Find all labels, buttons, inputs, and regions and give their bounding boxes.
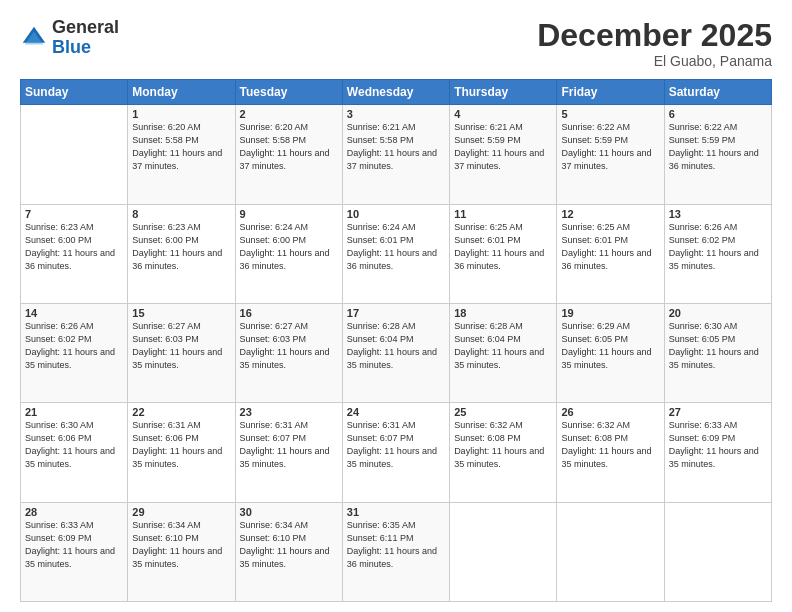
calendar-cell: 23Sunrise: 6:31 AMSunset: 6:07 PMDayligh… — [235, 403, 342, 502]
cell-info: Sunrise: 6:20 AMSunset: 5:58 PMDaylight:… — [240, 121, 338, 173]
day-number: 1 — [132, 108, 230, 120]
weekday-header: Saturday — [664, 80, 771, 105]
subtitle: El Guabo, Panama — [537, 53, 772, 69]
cell-info: Sunrise: 6:34 AMSunset: 6:10 PMDaylight:… — [240, 519, 338, 571]
cell-info: Sunrise: 6:26 AMSunset: 6:02 PMDaylight:… — [669, 221, 767, 273]
cell-info: Sunrise: 6:29 AMSunset: 6:05 PMDaylight:… — [561, 320, 659, 372]
calendar-cell: 20Sunrise: 6:30 AMSunset: 6:05 PMDayligh… — [664, 303, 771, 402]
header: General Blue December 2025 El Guabo, Pan… — [20, 18, 772, 69]
day-number: 3 — [347, 108, 445, 120]
weekday-header: Wednesday — [342, 80, 449, 105]
day-number: 16 — [240, 307, 338, 319]
cell-info: Sunrise: 6:28 AMSunset: 6:04 PMDaylight:… — [347, 320, 445, 372]
calendar-cell: 9Sunrise: 6:24 AMSunset: 6:00 PMDaylight… — [235, 204, 342, 303]
cell-info: Sunrise: 6:21 AMSunset: 5:59 PMDaylight:… — [454, 121, 552, 173]
cell-info: Sunrise: 6:22 AMSunset: 5:59 PMDaylight:… — [669, 121, 767, 173]
cell-info: Sunrise: 6:31 AMSunset: 6:07 PMDaylight:… — [347, 419, 445, 471]
day-number: 22 — [132, 406, 230, 418]
day-number: 24 — [347, 406, 445, 418]
calendar-cell: 17Sunrise: 6:28 AMSunset: 6:04 PMDayligh… — [342, 303, 449, 402]
calendar-week-row: 7Sunrise: 6:23 AMSunset: 6:00 PMDaylight… — [21, 204, 772, 303]
day-number: 17 — [347, 307, 445, 319]
day-number: 20 — [669, 307, 767, 319]
day-number: 19 — [561, 307, 659, 319]
cell-info: Sunrise: 6:25 AMSunset: 6:01 PMDaylight:… — [454, 221, 552, 273]
calendar-cell: 21Sunrise: 6:30 AMSunset: 6:06 PMDayligh… — [21, 403, 128, 502]
cell-info: Sunrise: 6:26 AMSunset: 6:02 PMDaylight:… — [25, 320, 123, 372]
day-number: 18 — [454, 307, 552, 319]
cell-info: Sunrise: 6:24 AMSunset: 6:00 PMDaylight:… — [240, 221, 338, 273]
calendar-cell: 3Sunrise: 6:21 AMSunset: 5:58 PMDaylight… — [342, 105, 449, 204]
cell-info: Sunrise: 6:30 AMSunset: 6:05 PMDaylight:… — [669, 320, 767, 372]
day-number: 4 — [454, 108, 552, 120]
cell-info: Sunrise: 6:32 AMSunset: 6:08 PMDaylight:… — [561, 419, 659, 471]
calendar-cell — [557, 502, 664, 601]
day-number: 29 — [132, 506, 230, 518]
weekday-header: Sunday — [21, 80, 128, 105]
day-number: 21 — [25, 406, 123, 418]
day-number: 28 — [25, 506, 123, 518]
calendar-week-row: 21Sunrise: 6:30 AMSunset: 6:06 PMDayligh… — [21, 403, 772, 502]
cell-info: Sunrise: 6:31 AMSunset: 6:06 PMDaylight:… — [132, 419, 230, 471]
day-number: 13 — [669, 208, 767, 220]
calendar-cell: 29Sunrise: 6:34 AMSunset: 6:10 PMDayligh… — [128, 502, 235, 601]
day-number: 9 — [240, 208, 338, 220]
day-number: 10 — [347, 208, 445, 220]
cell-info: Sunrise: 6:23 AMSunset: 6:00 PMDaylight:… — [132, 221, 230, 273]
day-number: 5 — [561, 108, 659, 120]
calendar-cell: 30Sunrise: 6:34 AMSunset: 6:10 PMDayligh… — [235, 502, 342, 601]
cell-info: Sunrise: 6:21 AMSunset: 5:58 PMDaylight:… — [347, 121, 445, 173]
weekday-header: Tuesday — [235, 80, 342, 105]
cell-info: Sunrise: 6:25 AMSunset: 6:01 PMDaylight:… — [561, 221, 659, 273]
main-title: December 2025 — [537, 18, 772, 53]
day-number: 26 — [561, 406, 659, 418]
calendar-cell: 7Sunrise: 6:23 AMSunset: 6:00 PMDaylight… — [21, 204, 128, 303]
cell-info: Sunrise: 6:28 AMSunset: 6:04 PMDaylight:… — [454, 320, 552, 372]
calendar-cell: 25Sunrise: 6:32 AMSunset: 6:08 PMDayligh… — [450, 403, 557, 502]
cell-info: Sunrise: 6:22 AMSunset: 5:59 PMDaylight:… — [561, 121, 659, 173]
logo-text: General Blue — [52, 18, 119, 58]
day-number: 23 — [240, 406, 338, 418]
calendar-cell: 22Sunrise: 6:31 AMSunset: 6:06 PMDayligh… — [128, 403, 235, 502]
cell-info: Sunrise: 6:34 AMSunset: 6:10 PMDaylight:… — [132, 519, 230, 571]
day-number: 27 — [669, 406, 767, 418]
cell-info: Sunrise: 6:30 AMSunset: 6:06 PMDaylight:… — [25, 419, 123, 471]
day-number: 14 — [25, 307, 123, 319]
logo: General Blue — [20, 18, 119, 58]
calendar-cell: 15Sunrise: 6:27 AMSunset: 6:03 PMDayligh… — [128, 303, 235, 402]
calendar-table: SundayMondayTuesdayWednesdayThursdayFrid… — [20, 79, 772, 602]
calendar-cell: 24Sunrise: 6:31 AMSunset: 6:07 PMDayligh… — [342, 403, 449, 502]
calendar-cell — [664, 502, 771, 601]
title-block: December 2025 El Guabo, Panama — [537, 18, 772, 69]
calendar-week-row: 28Sunrise: 6:33 AMSunset: 6:09 PMDayligh… — [21, 502, 772, 601]
day-number: 25 — [454, 406, 552, 418]
calendar-cell: 6Sunrise: 6:22 AMSunset: 5:59 PMDaylight… — [664, 105, 771, 204]
calendar-body: 1Sunrise: 6:20 AMSunset: 5:58 PMDaylight… — [21, 105, 772, 602]
calendar-cell: 5Sunrise: 6:22 AMSunset: 5:59 PMDaylight… — [557, 105, 664, 204]
day-number: 6 — [669, 108, 767, 120]
cell-info: Sunrise: 6:27 AMSunset: 6:03 PMDaylight:… — [240, 320, 338, 372]
calendar-cell: 4Sunrise: 6:21 AMSunset: 5:59 PMDaylight… — [450, 105, 557, 204]
logo-icon — [20, 24, 48, 52]
calendar-week-row: 14Sunrise: 6:26 AMSunset: 6:02 PMDayligh… — [21, 303, 772, 402]
weekday-row: SundayMondayTuesdayWednesdayThursdayFrid… — [21, 80, 772, 105]
page: General Blue December 2025 El Guabo, Pan… — [0, 0, 792, 612]
weekday-header: Thursday — [450, 80, 557, 105]
calendar-cell: 10Sunrise: 6:24 AMSunset: 6:01 PMDayligh… — [342, 204, 449, 303]
cell-info: Sunrise: 6:33 AMSunset: 6:09 PMDaylight:… — [669, 419, 767, 471]
calendar-cell: 31Sunrise: 6:35 AMSunset: 6:11 PMDayligh… — [342, 502, 449, 601]
logo-general: General — [52, 17, 119, 37]
day-number: 2 — [240, 108, 338, 120]
weekday-header: Monday — [128, 80, 235, 105]
cell-info: Sunrise: 6:23 AMSunset: 6:00 PMDaylight:… — [25, 221, 123, 273]
day-number: 30 — [240, 506, 338, 518]
cell-info: Sunrise: 6:33 AMSunset: 6:09 PMDaylight:… — [25, 519, 123, 571]
calendar-cell — [450, 502, 557, 601]
calendar-cell: 18Sunrise: 6:28 AMSunset: 6:04 PMDayligh… — [450, 303, 557, 402]
calendar-cell: 11Sunrise: 6:25 AMSunset: 6:01 PMDayligh… — [450, 204, 557, 303]
day-number: 15 — [132, 307, 230, 319]
cell-info: Sunrise: 6:35 AMSunset: 6:11 PMDaylight:… — [347, 519, 445, 571]
day-number: 31 — [347, 506, 445, 518]
cell-info: Sunrise: 6:24 AMSunset: 6:01 PMDaylight:… — [347, 221, 445, 273]
calendar-cell: 1Sunrise: 6:20 AMSunset: 5:58 PMDaylight… — [128, 105, 235, 204]
